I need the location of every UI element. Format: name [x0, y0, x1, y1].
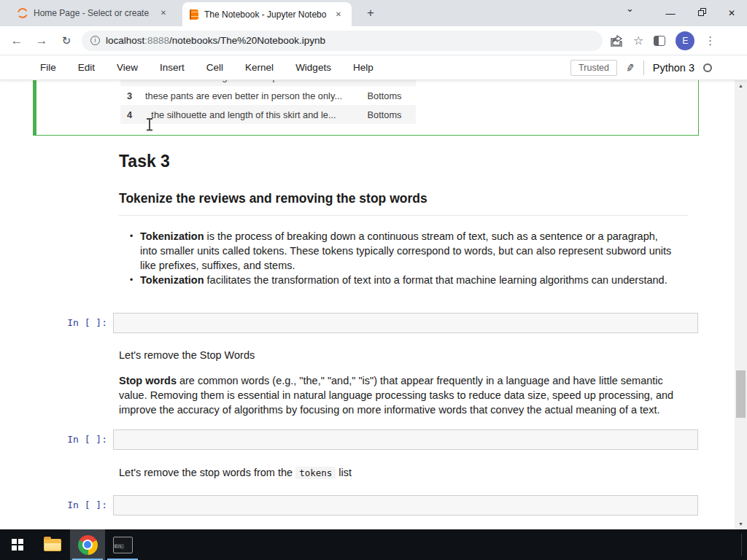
menu-help[interactable]: Help — [353, 62, 374, 73]
menubar-status: Trusted ✎ Python 3 — [570, 60, 712, 76]
address-bar[interactable]: i localhost:8888/notebooks/The%20Noteboo… — [82, 31, 603, 51]
browser-toolbar: ← → ↻ i localhost:8888/notebooks/The%20N… — [0, 26, 747, 55]
folder-icon — [44, 539, 61, 551]
info-icon[interactable]: i — [90, 36, 100, 45]
code-input[interactable] — [113, 313, 698, 333]
scrollbar-thumb[interactable] — [736, 370, 746, 418]
menu-file[interactable]: File — [40, 62, 56, 73]
cell-prompt: In [ ]: — [0, 429, 107, 450]
browser-menu-icon[interactable]: ⋮ — [705, 34, 716, 47]
heading-rule — [119, 215, 688, 216]
browser-window: Home Page - Select or create a n ✕ The N… — [0, 0, 747, 560]
bookmark-star-icon[interactable]: ☆ — [633, 34, 643, 47]
notebook-book-icon — [190, 9, 198, 20]
close-window-button[interactable]: ✕ — [716, 8, 747, 18]
tokenization-bullets: •Tokenization is the process of breaking… — [128, 229, 672, 287]
menu-cell[interactable]: Cell — [206, 62, 223, 73]
row-text: these pants are even better in person th… — [132, 90, 355, 101]
chrome-taskbar-button[interactable] — [70, 529, 105, 560]
forward-icon[interactable]: → — [29, 34, 54, 48]
scroll-down-icon[interactable]: ▼ — [735, 521, 747, 526]
edit-mode-pencil-icon: ✎ — [625, 61, 635, 74]
menu-edit[interactable]: Edit — [78, 62, 95, 73]
windows-logo-icon — [12, 539, 23, 551]
task-heading: Task 3 — [119, 152, 170, 171]
code-input[interactable] — [113, 495, 698, 516]
row-index: 4 — [120, 109, 132, 120]
window-controls: — ✕ — [655, 0, 747, 26]
code-cell-3: In [ ]: — [0, 495, 698, 516]
trusted-button[interactable]: Trusted — [570, 60, 617, 76]
jupyter-menubar: File Edit View Insert Cell Kernel Widget… — [0, 55, 747, 80]
selected-cell-output[interactable]: 2 I never would have given these pants a… — [33, 80, 699, 136]
menu-widgets[interactable]: Widgets — [295, 62, 331, 73]
tab-title: Home Page - Select or create a n — [34, 8, 152, 18]
kernel-idle-icon — [703, 63, 712, 72]
row-category: Bottoms — [355, 80, 414, 82]
start-button[interactable] — [0, 529, 35, 560]
section-heading: Tokenize the reviews and removing the st… — [119, 191, 427, 206]
file-explorer-button[interactable] — [35, 529, 70, 560]
tab-notebook[interactable]: The Notebook - Jupyter Notebo ✕ — [182, 2, 352, 26]
toolbar-actions: ☆ E ⋮ — [610, 31, 723, 50]
table-row: 2 I never would have given these pants a… — [120, 80, 416, 86]
row-text: the silhouette and length of this skirt … — [132, 109, 355, 120]
row-category: Bottoms — [355, 109, 414, 120]
bullet-icon: • — [130, 273, 133, 287]
jupyter-logo-icon — [18, 8, 28, 18]
stopwords-paragraph: Stop words are common words (e.g., "the,… — [119, 373, 684, 417]
menu-kernel[interactable]: Kernel — [245, 62, 274, 73]
row-text: I never would have given these pants a s… — [132, 80, 355, 82]
bullet-icon: • — [130, 229, 133, 244]
row-index: 2 — [120, 80, 132, 82]
back-icon[interactable]: ← — [4, 34, 29, 48]
notebook-content: 2 I never would have given these pants a… — [0, 80, 747, 529]
scrollbar[interactable]: ▲ ▼ — [735, 80, 747, 529]
side-panel-icon[interactable] — [654, 36, 665, 46]
command-prompt-icon: C:\_ — [113, 537, 133, 553]
close-tab-icon[interactable]: ✕ — [158, 7, 169, 19]
list-item: •Tokenization is the process of breaking… — [128, 229, 672, 273]
cell-prompt: In [ ]: — [0, 495, 107, 516]
share-icon[interactable] — [610, 35, 623, 47]
table-row: 3 these pants are even better in person … — [120, 86, 416, 105]
row-category: Bottoms — [355, 90, 414, 101]
minimize-button[interactable]: — — [655, 8, 686, 19]
menu-list: File Edit View Insert Cell Kernel Widget… — [40, 62, 374, 73]
url-text: localhost:8888/notebooks/The%20Notebook.… — [106, 35, 325, 46]
restore-button[interactable] — [686, 0, 716, 26]
chrome-icon — [78, 535, 98, 555]
code-cell-1: In [ ]: — [0, 313, 698, 333]
windows-taskbar: C:\_ — [0, 529, 747, 560]
show-desktop-button[interactable] — [741, 534, 742, 556]
tab-strip: Home Page - Select or create a n ✕ The N… — [0, 0, 747, 26]
scroll-up-icon[interactable]: ▲ — [735, 83, 747, 88]
table-row: 4 the silhouette and length of this skir… — [120, 105, 416, 124]
divider — [643, 61, 644, 75]
kernel-name: Python 3 — [653, 62, 694, 74]
tab-search-icon[interactable]: ⌄ — [626, 3, 646, 14]
markdown-text: Let's remove the Stop Words — [119, 349, 255, 361]
tab-title: The Notebook - Jupyter Notebo — [204, 9, 327, 20]
code-cell-2: In [ ]: — [0, 429, 698, 450]
menu-insert[interactable]: Insert — [160, 62, 185, 73]
row-index: 3 — [120, 90, 132, 101]
text-cursor — [146, 118, 153, 131]
list-item: •Tokenization facilitates the transforma… — [128, 273, 672, 287]
reload-icon[interactable]: ↻ — [54, 34, 79, 47]
markdown-text: Let's remove the stop words from the tok… — [119, 467, 352, 478]
close-tab-icon[interactable]: ✕ — [333, 9, 344, 20]
tab-home-page[interactable]: Home Page - Select or create a n ✕ — [10, 0, 177, 26]
inline-code: tokens — [295, 467, 336, 479]
cell-prompt: In [ ]: — [0, 313, 107, 333]
terminal-taskbar-button[interactable]: C:\_ — [105, 529, 140, 560]
profile-avatar[interactable]: E — [676, 31, 694, 50]
new-tab-button[interactable]: + — [362, 5, 379, 23]
code-input[interactable] — [113, 429, 698, 450]
menu-view[interactable]: View — [117, 62, 138, 73]
